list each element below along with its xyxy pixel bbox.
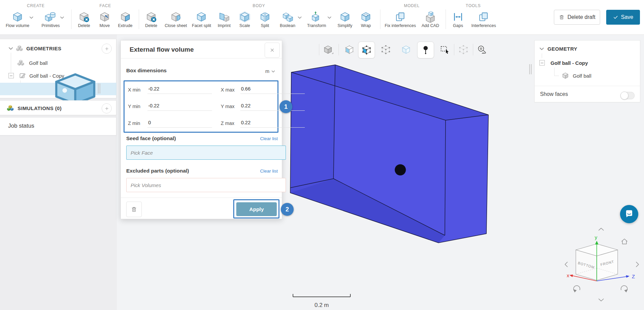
unit-select[interactable]: m xyxy=(265,69,275,74)
extrude-button[interactable]: Extrude xyxy=(118,11,132,28)
fix-interferences-button[interactable]: Fix interferences xyxy=(385,11,416,28)
measure-button[interactable] xyxy=(474,42,490,58)
collapse-toggle[interactable] xyxy=(539,60,545,66)
apply-button[interactable]: Apply xyxy=(236,202,277,216)
shaded-view-icon xyxy=(323,45,333,55)
geometry-item-golf-ball[interactable]: Golf ball xyxy=(535,71,640,80)
chevron-down-icon[interactable] xyxy=(60,16,64,19)
chat-support-button[interactable] xyxy=(620,205,638,223)
rotate-up-button[interactable] xyxy=(599,228,603,231)
check-icon xyxy=(613,15,618,20)
gaps-icon xyxy=(452,11,464,23)
pick-volumes-input[interactable] xyxy=(126,178,286,192)
trash-icon xyxy=(131,206,137,213)
rotate-down-button[interactable] xyxy=(599,299,603,301)
chevron-down-icon[interactable] xyxy=(327,16,331,19)
rotate-cw-button[interactable] xyxy=(621,286,628,292)
split-icon xyxy=(259,11,271,23)
select-body-icon xyxy=(344,45,354,55)
delete-face-button[interactable]: Delete xyxy=(78,11,90,28)
pick-point-button[interactable] xyxy=(417,42,434,58)
delete-operation-button[interactable] xyxy=(126,202,142,217)
hidden-selection-button[interactable] xyxy=(455,42,472,58)
imprint-button[interactable]: Imprint xyxy=(218,11,231,28)
interferences-icon xyxy=(478,11,489,23)
simscale-cad-editor: 0.2 m CREATE FACE BODY MODEL TOOLS Flow … xyxy=(0,0,644,310)
dialog-close-button[interactable] xyxy=(265,43,280,58)
divider xyxy=(446,9,446,29)
simplify-icon xyxy=(339,11,351,23)
divider xyxy=(319,44,319,55)
y-min-input[interactable] xyxy=(147,102,212,111)
rotate-ccw-button[interactable] xyxy=(573,286,580,292)
rotate-right-button[interactable] xyxy=(636,262,639,267)
shaded-view-button[interactable] xyxy=(320,42,337,58)
toolbar-group-model: MODEL xyxy=(404,3,420,8)
divider xyxy=(339,44,339,55)
simplify-button[interactable]: Simplify xyxy=(338,11,352,28)
interferences-button[interactable]: Interferences xyxy=(472,11,496,28)
chevron-down-icon[interactable] xyxy=(8,47,13,50)
x-min-input[interactable] xyxy=(147,85,212,94)
hidden-selection-icon xyxy=(458,45,468,55)
close-sheet-icon xyxy=(170,11,182,23)
sidebar-item-geometries[interactable]: GEOMETRIES xyxy=(0,44,116,53)
split-button[interactable]: Split xyxy=(259,11,271,28)
show-faces-toggle[interactable] xyxy=(621,92,635,99)
delete-body-button[interactable]: Delete xyxy=(145,11,157,28)
geometry-panel-header[interactable]: GEOMETRY xyxy=(535,44,640,53)
collapse-toggle[interactable] xyxy=(8,73,14,78)
scale-button[interactable]: Scale xyxy=(239,11,250,28)
clear-seed-face-link[interactable]: Clear list xyxy=(260,136,278,141)
right-panel-resize-handle[interactable] xyxy=(529,64,532,74)
sidebar-resize-handle[interactable] xyxy=(98,83,101,94)
excluded-parts-row: Excluded parts (optional) Clear list xyxy=(126,168,278,174)
annotation-step-2: 2 xyxy=(281,203,294,216)
save-button[interactable]: Save xyxy=(606,10,640,25)
geometry-item-golf-ball-copy[interactable]: Golf ball - Copy xyxy=(535,58,640,68)
x-max-input[interactable] xyxy=(240,85,305,94)
dimension-cell: X max xyxy=(217,81,310,98)
add-simulation-button[interactable] xyxy=(102,103,112,113)
facet-split-button[interactable]: Facet split xyxy=(192,11,211,28)
wrap-icon xyxy=(360,11,372,23)
move-face-button[interactable]: Move xyxy=(99,11,110,28)
home-view-button[interactable] xyxy=(622,239,627,244)
delete-face-icon xyxy=(78,11,90,23)
job-status-panel[interactable]: Job status xyxy=(0,117,116,135)
pick-face-input[interactable] xyxy=(126,146,286,160)
divider xyxy=(121,58,282,58)
box-dimensions-label: Box dimensions xyxy=(126,68,167,74)
transform-icon xyxy=(311,11,322,23)
z-min-input[interactable] xyxy=(147,119,212,128)
select-volume-button[interactable] xyxy=(398,42,414,58)
dialog-title: External flow volume xyxy=(130,46,194,53)
transform-button[interactable]: Transform xyxy=(307,11,326,28)
chevron-down-icon xyxy=(271,70,275,73)
sidebar-item-simulations[interactable]: SIMULATIONS (0) xyxy=(0,103,116,113)
select-vertices-button[interactable] xyxy=(378,42,394,58)
primitives-button[interactable]: Primitives xyxy=(42,11,60,28)
clear-excluded-parts-link[interactable]: Clear list xyxy=(260,169,278,174)
z-max-input[interactable] xyxy=(240,119,305,128)
top-toolbar: CREATE FACE BODY MODEL TOOLS Flow volume… xyxy=(0,0,644,35)
gaps-button[interactable]: Gaps xyxy=(452,11,464,28)
box-select-button[interactable] xyxy=(437,42,453,58)
wrap-button[interactable]: Wrap xyxy=(360,11,372,28)
chevron-down-icon[interactable] xyxy=(539,47,544,50)
geometry-icon xyxy=(17,59,25,67)
select-body-button[interactable] xyxy=(341,42,357,58)
delete-draft-button[interactable]: Delete draft xyxy=(554,10,600,25)
chevron-down-icon[interactable] xyxy=(29,16,33,19)
add-cad-button[interactable]: Add CAD xyxy=(422,11,439,28)
y-max-input[interactable] xyxy=(240,102,305,111)
rotate-left-button[interactable] xyxy=(565,262,567,267)
imprint-icon xyxy=(218,11,230,23)
primitives-icon xyxy=(45,11,56,23)
close-sheet-button[interactable]: Close sheet xyxy=(165,11,187,28)
boolean-button[interactable]: Boolean xyxy=(280,11,295,28)
flow-volume-button[interactable]: Flow volume xyxy=(6,11,29,28)
select-face-button[interactable] xyxy=(358,42,375,58)
chevron-down-icon[interactable] xyxy=(298,16,302,19)
add-geometry-button[interactable] xyxy=(102,44,112,54)
